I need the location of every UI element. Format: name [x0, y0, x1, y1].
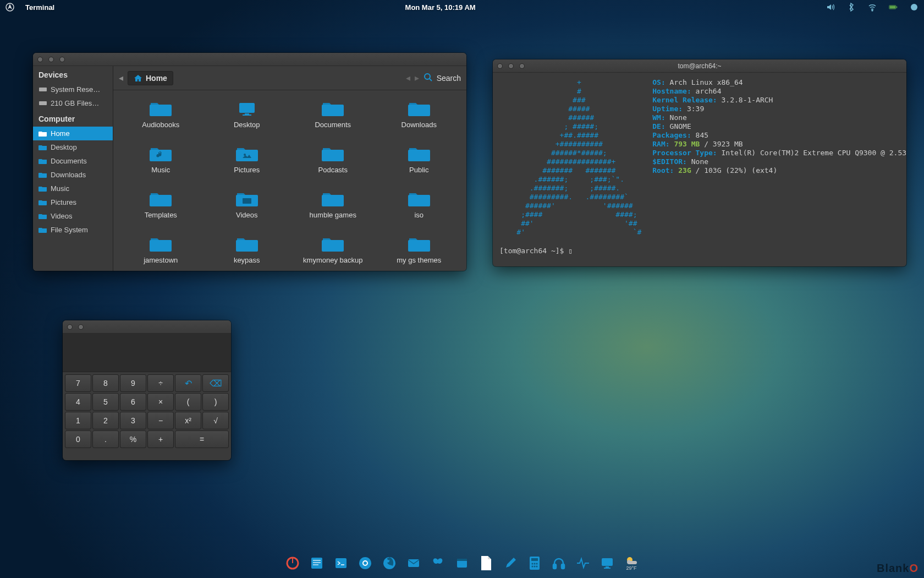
calc-keypad: 789÷↶⌫456×()123−x²√0.%+= — [63, 372, 231, 450]
folder-label: Templates — [145, 211, 177, 219]
maximize-icon[interactable] — [59, 57, 65, 62]
minimize-icon[interactable] — [48, 57, 54, 62]
sidebar-item[interactable]: Music — [33, 182, 113, 195]
terminal-icon[interactable] — [332, 554, 350, 572]
svg-point-5 — [911, 4, 917, 10]
folder-item[interactable]: Documents — [290, 92, 376, 137]
calc-key-⌫[interactable]: ⌫ — [202, 374, 229, 392]
calc-key-1[interactable]: 1 — [65, 412, 91, 429]
volume-icon[interactable] — [826, 3, 835, 12]
calc-key-+[interactable]: + — [147, 430, 174, 448]
close-icon[interactable] — [497, 63, 503, 69]
folder-item[interactable]: keypass — [204, 228, 290, 271]
maximize-icon[interactable] — [519, 63, 525, 69]
sidebar-item-label: Videos — [51, 212, 73, 220]
clock[interactable]: Mon Mar 5, 10:19 AM — [405, 3, 476, 12]
close-icon[interactable] — [37, 57, 43, 62]
nav-back-icon[interactable]: ◂ — [119, 73, 123, 83]
folder-item[interactable]: Podcasts — [290, 138, 376, 182]
calculator-icon[interactable] — [525, 554, 544, 572]
window-titlebar[interactable] — [63, 320, 231, 334]
wifi-icon[interactable] — [868, 3, 877, 12]
calc-key-x²[interactable]: x² — [175, 412, 201, 429]
weather-icon[interactable]: 29°F — [622, 554, 641, 572]
calc-key-÷[interactable]: ÷ — [147, 374, 174, 392]
svg-rect-18 — [313, 562, 321, 563]
sidebar-item[interactable]: Documents — [33, 154, 113, 168]
folder-item[interactable]: Pictures — [204, 138, 290, 182]
calc-key-2[interactable]: 2 — [92, 412, 119, 429]
folder-item[interactable]: Public — [376, 138, 463, 182]
pulse-icon[interactable] — [574, 554, 592, 572]
calc-key-([interactable]: ( — [175, 393, 201, 411]
calc-key-√[interactable]: √ — [202, 412, 229, 429]
calc-key-.[interactable]: . — [92, 430, 119, 448]
folder-item[interactable]: Music — [118, 138, 204, 182]
calc-key-6[interactable]: 6 — [120, 393, 146, 411]
search-icon[interactable] — [424, 73, 432, 84]
window-titlebar[interactable]: tom@arch64:~ — [493, 59, 906, 73]
minimize-icon[interactable] — [78, 324, 84, 330]
battery-icon[interactable] — [889, 3, 898, 12]
document-icon[interactable] — [477, 554, 496, 572]
sidebar-item[interactable]: Videos — [33, 209, 113, 223]
bluetooth-icon[interactable] — [847, 3, 856, 12]
sidebar-item[interactable]: Home — [33, 127, 113, 140]
activities-icon[interactable] — [6, 3, 14, 12]
sidebar-item[interactable]: Desktop — [33, 140, 113, 154]
folder-item[interactable]: iso — [376, 183, 463, 227]
active-app-label[interactable]: Terminal — [25, 3, 54, 12]
power-icon[interactable] — [910, 3, 919, 12]
calc-key-3[interactable]: 3 — [120, 412, 146, 429]
calc-key-8[interactable]: 8 — [92, 374, 119, 392]
butterfly-icon[interactable] — [428, 554, 447, 572]
file-manager-window: Devices System Rese… 210 GB Files… Compu… — [33, 53, 466, 271]
search-label[interactable]: Search — [437, 74, 461, 83]
sidebar-item[interactable]: Pictures — [33, 195, 113, 209]
folder-item[interactable]: my gs themes — [376, 228, 463, 271]
folder-item[interactable]: Downloads — [376, 92, 463, 137]
folder-item[interactable]: jamestown — [118, 228, 204, 271]
sidebar-item[interactable]: Downloads — [33, 168, 113, 182]
folder-item[interactable]: kmymoney backup — [290, 228, 376, 271]
calc-key-)[interactable]: ) — [202, 393, 229, 411]
headphones-icon[interactable] — [549, 554, 568, 572]
monitor-icon[interactable] — [598, 554, 617, 572]
location-breadcrumb[interactable]: Home — [128, 71, 173, 85]
close-icon[interactable] — [67, 324, 73, 330]
folder-item[interactable]: Desktop — [204, 92, 290, 137]
terminal-output[interactable]: + # ### ##### ###### ; #####; +##.##### … — [493, 73, 906, 242]
calc-key-5[interactable]: 5 — [92, 393, 119, 411]
calc-key-−[interactable]: − — [147, 412, 174, 429]
mail-icon[interactable] — [404, 554, 423, 572]
folder-item[interactable]: Videos — [204, 183, 290, 227]
folder-item[interactable]: humble games — [290, 183, 376, 227]
folder-item[interactable]: Templates — [118, 183, 204, 227]
nav-prev-icon[interactable]: ◂ — [406, 73, 410, 83]
chrome-icon[interactable] — [356, 554, 375, 572]
firefox-icon[interactable] — [380, 554, 399, 572]
power-icon[interactable] — [283, 554, 302, 572]
sidebar-device[interactable]: System Rese… — [33, 83, 113, 96]
files-icon[interactable] — [453, 554, 471, 572]
sidebar-device[interactable]: 210 GB Files… — [33, 96, 113, 110]
terminal-prompt[interactable]: [tom@arch64 ~]$ ▯ — [493, 242, 906, 259]
sidebar-item-label: System Rese… — [51, 85, 100, 94]
nav-next-icon[interactable]: ▸ — [415, 73, 419, 83]
calc-key-=[interactable]: = — [175, 430, 229, 448]
window-titlebar[interactable] — [33, 53, 466, 66]
calc-key-9[interactable]: 9 — [120, 374, 146, 392]
calc-key-↶[interactable]: ↶ — [175, 374, 201, 392]
calc-key-×[interactable]: × — [147, 393, 174, 411]
editor-icon[interactable] — [307, 554, 326, 572]
folder-label: Downloads — [402, 121, 437, 129]
calc-key-0[interactable]: 0 — [65, 430, 91, 448]
calc-key-4[interactable]: 4 — [65, 393, 91, 411]
sidebar-item[interactable]: File System — [33, 223, 113, 237]
folder-item[interactable]: Audiobooks — [118, 92, 204, 137]
calc-key-%[interactable]: % — [120, 430, 146, 448]
calc-key-7[interactable]: 7 — [65, 374, 91, 392]
svg-rect-10 — [245, 113, 249, 114]
brush-icon[interactable] — [501, 554, 520, 572]
minimize-icon[interactable] — [508, 63, 514, 69]
